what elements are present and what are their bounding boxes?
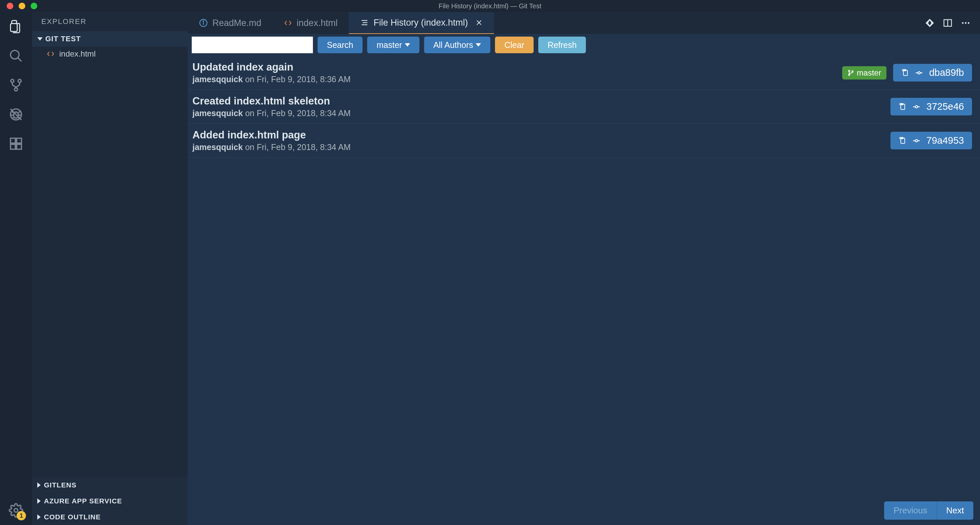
branch-badge: master — [842, 66, 886, 79]
svg-rect-18 — [17, 138, 22, 143]
window-close-button[interactable] — [7, 3, 13, 10]
commit-row[interactable]: Created index.html skeleton jamesqquick … — [188, 90, 980, 124]
commit-author: jamesqquick — [192, 75, 243, 84]
authors-label: All Authors — [433, 40, 473, 50]
commit-meta: jamesqquick on Fri, Feb 9, 2018, 8:34 AM — [192, 108, 891, 118]
editor-area: ReadMe.md index.html File History (index… — [188, 12, 980, 525]
branch-icon — [848, 70, 854, 76]
info-icon — [199, 19, 208, 27]
split-editor-icon[interactable] — [943, 18, 953, 28]
tab-file-history[interactable]: File History (index.html) — [349, 12, 494, 34]
commit-author: jamesqquick — [192, 108, 243, 118]
commit-title: Added index.html page — [192, 129, 891, 141]
commit-meta: jamesqquick on Fri, Feb 9, 2018, 8:36 AM — [192, 75, 842, 84]
window-minimize-button[interactable] — [19, 3, 25, 10]
chevron-right-icon — [37, 498, 41, 504]
svg-point-48 — [915, 140, 918, 142]
svg-point-43 — [915, 105, 918, 108]
commit-node-icon — [915, 69, 923, 77]
svg-rect-0 — [11, 24, 18, 32]
svg-point-3 — [11, 79, 14, 82]
commit-row[interactable]: Added index.html page jamesqquick on Fri… — [188, 124, 980, 158]
close-icon[interactable] — [476, 19, 483, 26]
sidebar-section-label: GITLENS — [44, 481, 76, 489]
commit-hash-pill[interactable]: dba89fb — [893, 64, 972, 81]
clipboard-icon — [899, 137, 907, 145]
sidebar-section-gitlens[interactable]: GITLENS — [32, 477, 188, 493]
commit-hash: dba89fb — [929, 67, 964, 78]
debug-icon[interactable] — [8, 106, 24, 122]
svg-line-9 — [18, 111, 20, 113]
explorer-icon[interactable] — [8, 19, 24, 35]
code-file-icon — [46, 50, 55, 58]
svg-point-30 — [962, 22, 964, 24]
commit-node-icon — [912, 103, 920, 111]
clipboard-icon — [901, 69, 909, 77]
source-control-icon[interactable] — [8, 77, 24, 93]
svg-point-22 — [203, 21, 204, 22]
settings-badge: 1 — [17, 511, 26, 520]
caret-down-icon — [405, 43, 410, 47]
commits-list: Updated index again jamesqquick on Fri, … — [188, 56, 980, 525]
settings-gear-icon[interactable]: 1 — [8, 502, 24, 518]
branch-label: master — [377, 40, 402, 50]
commit-hash-pill[interactable]: 3725e46 — [891, 98, 972, 116]
tab-label: File History (index.html) — [374, 17, 468, 28]
svg-rect-15 — [11, 138, 16, 143]
tab-label: ReadMe.md — [212, 18, 261, 28]
svg-point-38 — [918, 71, 920, 74]
search-input[interactable] — [192, 36, 313, 53]
code-file-icon — [284, 19, 292, 27]
window-title: File History (index.html) — Git Test — [439, 2, 542, 10]
sidebar-section-label: CODE OUTLINE — [44, 513, 101, 521]
commit-row[interactable]: Updated index again jamesqquick on Fri, … — [188, 56, 980, 90]
commit-hash-pill[interactable]: 79a4953 — [891, 132, 972, 149]
chevron-right-icon — [37, 482, 41, 488]
search-icon[interactable] — [8, 48, 24, 64]
sidebar-section-code-outline[interactable]: CODE OUTLINE — [32, 509, 188, 525]
svg-point-32 — [968, 22, 969, 24]
activity-bar: 1 — [0, 12, 32, 525]
tab-index-html[interactable]: index.html — [273, 12, 349, 34]
tab-label: index.html — [297, 18, 337, 28]
refresh-button[interactable]: Refresh — [538, 36, 586, 53]
commit-date: on Fri, Feb 9, 2018, 8:34 AM — [245, 108, 350, 118]
commit-date: on Fri, Feb 9, 2018, 8:36 AM — [245, 75, 350, 84]
clipboard-icon — [899, 103, 907, 111]
authors-dropdown[interactable]: All Authors — [424, 36, 491, 53]
chevron-right-icon — [37, 514, 41, 520]
svg-point-35 — [848, 74, 850, 75]
clear-button[interactable]: Clear — [495, 36, 534, 53]
gitlens-toggle-icon[interactable] — [925, 18, 935, 28]
tab-readme[interactable]: ReadMe.md — [188, 12, 273, 34]
more-actions-icon[interactable] — [961, 18, 971, 28]
search-button[interactable]: Search — [318, 36, 363, 53]
sidebar: EXPLORER GIT TEST index.html GITLENS AZU… — [32, 12, 188, 525]
tabs-row: ReadMe.md index.html File History (index… — [188, 12, 980, 34]
svg-point-19 — [14, 509, 18, 512]
commit-hash: 79a4953 — [926, 135, 964, 146]
previous-button[interactable]: Previous — [884, 501, 937, 520]
chevron-down-icon — [37, 37, 43, 41]
svg-point-5 — [14, 88, 18, 91]
sidebar-section-git-test[interactable]: GIT TEST — [32, 31, 188, 47]
svg-point-4 — [18, 79, 21, 82]
branch-dropdown[interactable]: master — [367, 36, 419, 53]
svg-point-34 — [852, 71, 853, 72]
sidebar-section-label: GIT TEST — [45, 35, 81, 43]
caret-down-icon — [476, 43, 481, 47]
commit-date: on Fri, Feb 9, 2018, 8:34 AM — [245, 143, 350, 152]
sidebar-item-index-html[interactable]: index.html — [32, 47, 188, 61]
svg-rect-17 — [17, 144, 22, 149]
window-maximize-button[interactable] — [30, 3, 37, 10]
sidebar-section-azure[interactable]: AZURE APP SERVICE — [32, 493, 188, 509]
commit-meta: jamesqquick on Fri, Feb 9, 2018, 8:34 AM — [192, 143, 891, 152]
commit-title: Created index.html skeleton — [192, 95, 891, 107]
commit-author: jamesqquick — [192, 143, 243, 152]
sidebar-item-label: index.html — [59, 49, 95, 59]
sidebar-header: EXPLORER — [32, 12, 188, 31]
extensions-icon[interactable] — [8, 136, 24, 152]
list-icon — [360, 18, 369, 27]
next-button[interactable]: Next — [937, 501, 973, 520]
svg-point-1 — [11, 51, 19, 59]
